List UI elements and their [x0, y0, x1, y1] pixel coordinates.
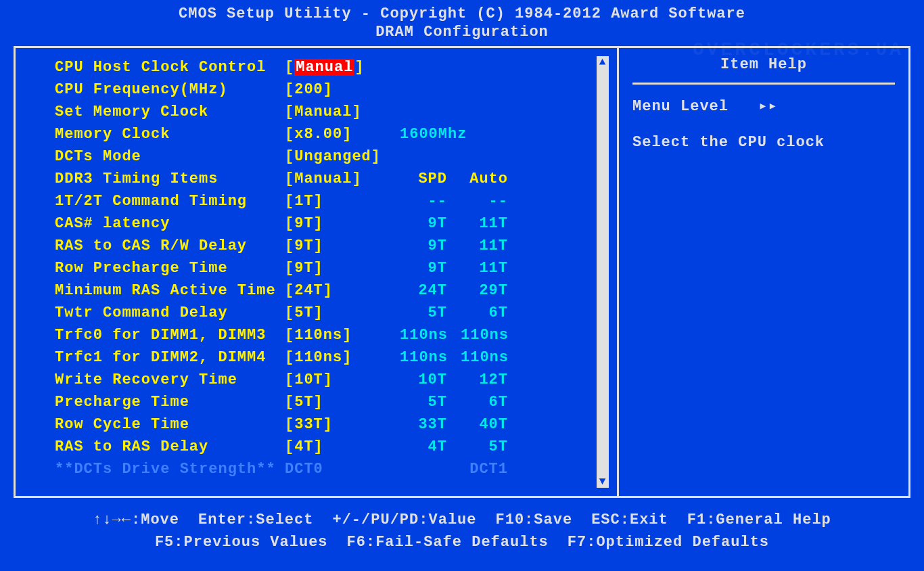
- setting-spd: 9T: [400, 260, 461, 277]
- setting-auto: 6T: [461, 394, 522, 411]
- setting-row[interactable]: Row Precharge Time[9T]9T11T: [55, 257, 610, 279]
- setting-value[interactable]: [x8.00]: [285, 126, 400, 143]
- setting-value[interactable]: [10T]: [285, 371, 400, 388]
- setting-row[interactable]: RAS to CAS R/W Delay[9T]9T11T: [55, 235, 610, 257]
- setting-value[interactable]: [9T]: [285, 215, 400, 232]
- setting-label: RAS to CAS R/W Delay: [55, 237, 285, 254]
- setting-value[interactable]: [Manual]: [285, 104, 400, 120]
- setting-row[interactable]: Precharge Time[5T]5T6T: [55, 391, 610, 413]
- footer-hint: ↑↓→←:Move: [93, 509, 179, 531]
- scroll-down-icon[interactable]: ▼: [599, 476, 607, 488]
- setting-label: Precharge Time: [55, 394, 285, 411]
- setting-value[interactable]: [110ns]: [285, 349, 400, 366]
- setting-row[interactable]: Minimum RAS Active Time[24T]24T29T: [55, 279, 610, 302]
- setting-row[interactable]: Trfc1 for DIMM2, DIMM4[110ns]110ns110ns: [55, 346, 610, 369]
- setting-label: Row Cycle Time: [55, 416, 285, 433]
- footer-hint: +/-/PU/PD:Value: [332, 509, 476, 531]
- bios-header: CMOS Setup Utility - Copyright (C) 1984-…: [0, 0, 924, 43]
- setting-value[interactable]: [9T]: [285, 237, 400, 254]
- footer-hint: F5:Previous Values: [155, 531, 328, 553]
- setting-auto: --: [461, 193, 522, 210]
- scroll-track[interactable]: [597, 68, 609, 476]
- setting-label: CPU Host Clock Control: [55, 59, 285, 76]
- setting-value[interactable]: [5T]: [285, 304, 400, 321]
- setting-spd: 110ns: [400, 327, 461, 344]
- setting-value[interactable]: [9T]: [285, 260, 400, 277]
- scroll-up-icon[interactable]: ▲: [599, 56, 607, 68]
- setting-spd: 33T: [400, 416, 461, 433]
- setting-label: Row Precharge Time: [55, 260, 285, 277]
- main-frame: CPU Host Clock Control[Manual]CPU Freque…: [14, 46, 910, 498]
- setting-label: RAS to RAS Delay: [55, 438, 285, 455]
- setting-extra: 1600Mhz: [400, 126, 481, 143]
- setting-label: Twtr Command Delay: [55, 304, 285, 321]
- footer-hint: F7:Optimized Defaults: [568, 531, 769, 553]
- setting-auto: 6T: [461, 304, 522, 321]
- setting-value[interactable]: [Manual]: [285, 170, 400, 187]
- setting-row[interactable]: Row Cycle Time[33T]33T40T: [55, 413, 610, 436]
- setting-spd: --: [400, 193, 461, 210]
- help-panel: Item Help Menu Level ▸▸ Select the CPU c…: [619, 48, 908, 496]
- setting-auto: 11T: [461, 260, 522, 277]
- setting-row[interactable]: CPU Frequency(MHz)[200]: [55, 78, 610, 101]
- setting-label: CAS# latency: [55, 215, 285, 232]
- setting-value[interactable]: [24T]: [285, 282, 400, 299]
- setting-row[interactable]: 1T/2T Command Timing[1T]----: [55, 190, 610, 212]
- setting-row[interactable]: Twtr Command Delay[5T]5T6T: [55, 302, 610, 324]
- setting-value[interactable]: [33T]: [285, 416, 400, 433]
- setting-row[interactable]: RAS to RAS Delay[4T]4T5T: [55, 436, 610, 458]
- setting-row[interactable]: DCTs Mode[Unganged]: [55, 145, 610, 168]
- setting-spd: 24T: [400, 282, 461, 299]
- footer-hint: F10:Save: [496, 509, 573, 531]
- setting-spd: 110ns: [400, 349, 461, 366]
- setting-auto: 5T: [461, 438, 522, 455]
- setting-label: Trfc0 for DIMM1, DIMM3: [55, 327, 285, 344]
- setting-row[interactable]: CPU Host Clock Control[Manual]: [55, 56, 610, 78]
- setting-value[interactable]: [Manual]: [285, 59, 400, 76]
- menu-level: Menu Level ▸▸: [632, 97, 895, 115]
- setting-label: Write Recovery Time: [55, 371, 285, 388]
- setting-row[interactable]: **DCTs Drive Strength**DCT0DCT1: [55, 458, 610, 480]
- setting-value[interactable]: [200]: [285, 81, 400, 98]
- help-description: Select the CPU clock: [632, 134, 895, 151]
- footer-hint: Enter:Select: [198, 509, 313, 531]
- setting-label: Trfc1 for DIMM2, DIMM4: [55, 349, 285, 366]
- setting-spd: SPD: [400, 170, 461, 187]
- setting-auto: 12T: [461, 371, 522, 388]
- footer-hints: ↑↓→←:MoveEnter:Select+/-/PU/PD:ValueF10:…: [0, 503, 924, 559]
- scrollbar[interactable]: ▲ ▼: [597, 56, 609, 488]
- setting-auto: Auto: [461, 170, 522, 187]
- setting-row[interactable]: Memory Clock[x8.00]1600Mhz: [55, 123, 610, 145]
- help-title: Item Help: [632, 56, 895, 85]
- setting-value[interactable]: [5T]: [285, 394, 400, 411]
- setting-value[interactable]: [1T]: [285, 193, 400, 210]
- setting-value[interactable]: [110ns]: [285, 327, 400, 344]
- setting-auto: 11T: [461, 237, 522, 254]
- setting-label: Memory Clock: [55, 126, 285, 143]
- setting-spd: 9T: [400, 237, 461, 254]
- setting-label: **DCTs Drive Strength**: [55, 461, 285, 478]
- setting-auto: 11T: [461, 215, 522, 232]
- setting-value[interactable]: [Unganged]: [285, 148, 400, 165]
- setting-label: Minimum RAS Active Time: [55, 282, 285, 299]
- setting-spd: 5T: [400, 304, 461, 321]
- footer-hint: ESC:Exit: [591, 509, 668, 531]
- setting-row[interactable]: Trfc0 for DIMM1, DIMM3[110ns]110ns110ns: [55, 324, 610, 346]
- setting-row[interactable]: Write Recovery Time[10T]10T12T: [55, 369, 610, 391]
- setting-label: CPU Frequency(MHz): [55, 81, 285, 98]
- bios-title: CMOS Setup Utility - Copyright (C) 1984-…: [0, 5, 924, 22]
- setting-label: DDR3 Timing Items: [55, 170, 285, 187]
- setting-row[interactable]: Set Memory Clock[Manual]: [55, 101, 610, 123]
- setting-spd: 9T: [400, 215, 461, 232]
- setting-value[interactable]: [4T]: [285, 438, 400, 455]
- settings-panel: CPU Host Clock Control[Manual]CPU Freque…: [16, 48, 617, 496]
- setting-spd: 4T: [400, 438, 461, 455]
- setting-auto: 110ns: [461, 327, 522, 344]
- setting-value[interactable]: DCT0: [285, 461, 400, 478]
- setting-row[interactable]: DDR3 Timing Items[Manual]SPDAuto: [55, 168, 610, 190]
- setting-spd: 5T: [400, 394, 461, 411]
- setting-auto: 29T: [461, 282, 522, 299]
- setting-label: DCTs Mode: [55, 148, 285, 165]
- setting-label: Set Memory Clock: [55, 104, 285, 120]
- setting-row[interactable]: CAS# latency[9T]9T11T: [55, 212, 610, 235]
